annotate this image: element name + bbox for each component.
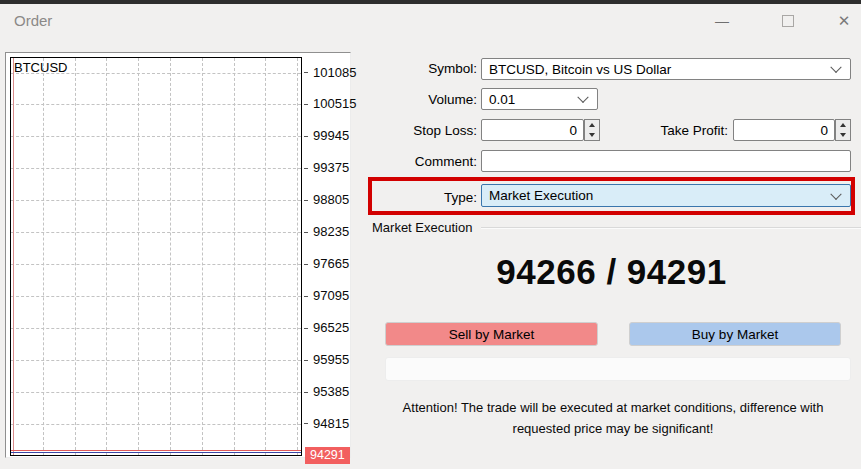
chevron-down-icon <box>830 188 841 199</box>
axis-tick-mark <box>304 296 308 297</box>
axis-tick-label: 101085 <box>313 65 356 80</box>
minimize-button[interactable]: — <box>702 4 742 38</box>
maximize-button[interactable] <box>768 4 808 38</box>
gridline-vertical <box>138 58 139 455</box>
gridline-horizontal <box>11 232 301 233</box>
sell-button-label: Sell by Market <box>449 327 535 342</box>
gridline-vertical <box>297 58 298 455</box>
buy-button-label: Buy by Market <box>692 327 778 342</box>
buy-by-market-button[interactable]: Buy by Market <box>629 322 841 346</box>
arrow-down-icon <box>840 133 846 137</box>
gridline-horizontal <box>11 136 301 137</box>
take-profit-spin-down[interactable] <box>836 130 850 140</box>
symbol-dropdown-value: BTCUSD, Bitcoin vs US Dollar <box>489 62 671 77</box>
gridline-vertical <box>43 58 44 455</box>
comment-label: Comment: <box>377 154 477 169</box>
execution-section-label: Market Execution <box>372 220 472 235</box>
stop-loss-input[interactable] <box>481 119 584 141</box>
close-button[interactable]: ✕ <box>824 4 861 38</box>
axis-tick-mark <box>304 423 308 424</box>
axis-tick-mark <box>304 104 308 105</box>
axis-tick-mark <box>304 168 308 169</box>
current-price-tag: 94291 <box>305 447 350 464</box>
axis-tick-mark <box>304 232 308 233</box>
gridline-vertical <box>170 58 171 455</box>
axis-tick-label: 98805 <box>313 192 349 207</box>
gridline-horizontal <box>11 328 301 329</box>
axis-tick-label: 97095 <box>313 288 349 303</box>
chart-panel: BTCUSD 94291 101085100515999459937598805… <box>5 52 351 458</box>
volume-dropdown-value: 0.01 <box>489 92 515 107</box>
axis-tick-mark <box>304 200 308 201</box>
axis-tick-mark <box>304 392 308 393</box>
axis-tick-mark <box>304 72 308 73</box>
ask-price-line <box>11 452 301 453</box>
type-dropdown[interactable]: Market Execution <box>481 184 851 207</box>
minimize-icon: — <box>715 13 729 29</box>
volume-label: Volume: <box>377 92 477 107</box>
axis-tick-mark <box>304 136 308 137</box>
type-label: Type: <box>377 190 477 205</box>
section-divider <box>481 227 861 229</box>
gridline-horizontal <box>11 264 301 265</box>
axis-tick-label: 99375 <box>313 160 349 175</box>
gridline-horizontal <box>11 424 301 425</box>
gridline-horizontal <box>11 296 301 297</box>
bid-ask-quote: 94266 / 94291 <box>368 252 855 292</box>
arrow-down-icon <box>589 133 595 137</box>
axis-tick-label: 99945 <box>313 128 349 143</box>
axis-tick-label: 98235 <box>313 224 349 239</box>
maximize-icon <box>782 15 794 27</box>
gridline-horizontal <box>11 200 301 201</box>
type-dropdown-value: Market Execution <box>489 188 593 203</box>
chart-open-marker-line <box>13 58 14 455</box>
chart-symbol-label: BTCUSD <box>14 60 67 75</box>
gridline-vertical <box>106 58 107 455</box>
chart-plot-area[interactable]: BTCUSD <box>10 57 302 456</box>
gridline-vertical <box>265 58 266 455</box>
order-status-bar <box>385 357 851 381</box>
gridline-horizontal <box>11 360 301 361</box>
axis-tick-mark <box>304 264 308 265</box>
stop-loss-spin-down[interactable] <box>585 130 599 140</box>
axis-tick-label: 95385 <box>313 384 349 399</box>
gridline-horizontal <box>11 168 301 169</box>
axis-tick-label: 97665 <box>313 256 349 271</box>
chevron-down-icon <box>577 92 588 103</box>
axis-tick-label: 94815 <box>313 416 349 431</box>
window-title: Order <box>14 12 52 29</box>
axis-tick-label: 96525 <box>313 320 349 335</box>
take-profit-spin-up[interactable] <box>836 120 850 130</box>
volume-dropdown[interactable]: 0.01 <box>481 88 598 110</box>
stop-loss-spinner <box>584 119 600 141</box>
gridline-horizontal <box>11 392 301 393</box>
axis-tick-mark <box>304 328 308 329</box>
axis-tick-label: 95955 <box>313 352 349 367</box>
price-scale[interactable]: 94291 1010851005159994599375988059823597… <box>304 53 350 457</box>
arrow-up-icon <box>840 123 846 127</box>
axis-tick-label: 100515 <box>313 96 356 111</box>
symbol-dropdown[interactable]: BTCUSD, Bitcoin vs US Dollar <box>481 58 851 80</box>
take-profit-spinner <box>835 119 851 141</box>
stop-loss-spin-up[interactable] <box>585 120 599 130</box>
titlebar: Order — ✕ <box>0 4 861 44</box>
gridline-horizontal <box>11 104 301 105</box>
sell-by-market-button[interactable]: Sell by Market <box>385 322 598 346</box>
gridline-vertical <box>234 58 235 455</box>
axis-tick-mark <box>304 360 308 361</box>
close-icon: ✕ <box>838 12 851 30</box>
bid-price-line <box>11 450 301 451</box>
arrow-up-icon <box>589 123 595 127</box>
symbol-label: Symbol: <box>377 61 477 76</box>
gridline-vertical <box>202 58 203 455</box>
stop-loss-label: Stop Loss: <box>357 123 477 138</box>
gridline-vertical <box>75 58 76 455</box>
attention-text: Attention! The trade will be executed at… <box>381 398 845 439</box>
comment-input[interactable] <box>481 150 851 172</box>
take-profit-label: Take Profit: <box>608 123 728 138</box>
chevron-down-icon <box>830 62 841 73</box>
take-profit-input[interactable] <box>733 119 835 141</box>
